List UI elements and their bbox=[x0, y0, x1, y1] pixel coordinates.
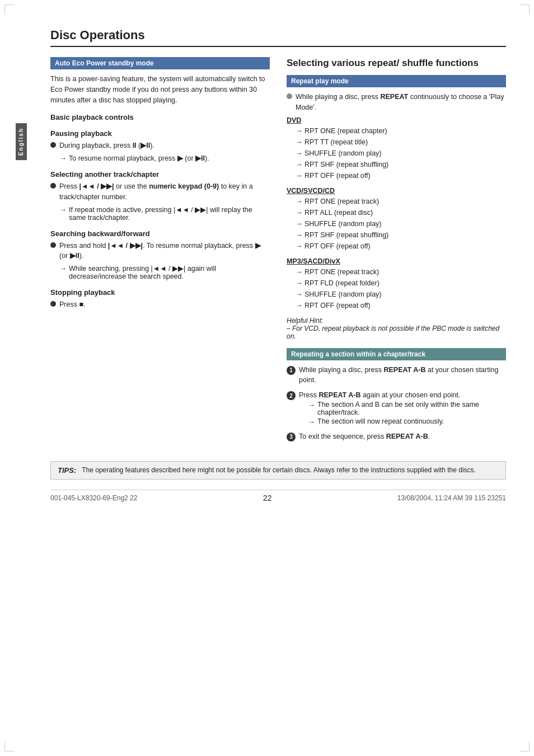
searching-arrow: → While searching, pressing |◄◄ / ▶▶| ag… bbox=[59, 264, 270, 280]
step-number-3: 3 bbox=[287, 433, 296, 442]
searching-title: Searching backward/forward bbox=[50, 229, 270, 238]
basic-playback-section: Basic playback controls Pausing playback… bbox=[50, 113, 270, 310]
stopping-text: Press ■. bbox=[59, 299, 85, 310]
sidebar-label: English bbox=[18, 128, 24, 156]
helpful-hint-block: Helpful Hint: – For VCD, repeat playback… bbox=[287, 317, 506, 340]
dvd-label: DVD bbox=[287, 116, 506, 124]
vcd-rpt-one: → RPT ONE (repeat track) bbox=[296, 196, 506, 207]
vcd-label: VCD/SVCD/CD bbox=[287, 187, 506, 195]
auto-eco-section: Auto Eco Power standby mode This is a po… bbox=[50, 57, 270, 105]
footer-right: 13/08/2004, 11:24 AM 39 115 23251 bbox=[397, 494, 506, 502]
main-content: Disc Operations Auto Eco Power standby m… bbox=[50, 17, 506, 503]
select-track-block: Selecting another track/chapter Press |◄… bbox=[50, 170, 270, 222]
right-column: Selecting various repeat/ shuffle functi… bbox=[287, 57, 506, 450]
mp3-label: MP3/SACD/DivX bbox=[287, 257, 506, 265]
tips-label: TIPS: bbox=[58, 466, 76, 475]
step-2-arrow-text-1: The section A and B can be set only with… bbox=[317, 401, 506, 416]
helpful-hint-text: – For VCD, repeat playback is not possib… bbox=[287, 325, 499, 340]
repeat-play-section: Repeat play mode While playing a disc, p… bbox=[287, 75, 506, 340]
repeat-step-3: 3 To exit the sequence, press REPEAT A-B… bbox=[287, 431, 506, 442]
bullet-icon bbox=[50, 142, 56, 148]
bullet-icon-4 bbox=[50, 301, 56, 307]
repeat-step-2: 2 Press REPEAT A-B again at your chosen … bbox=[287, 390, 506, 427]
step-number-1: 1 bbox=[287, 366, 296, 375]
mp3-shuffle: → SHUFFLE (random play) bbox=[296, 289, 506, 300]
repeat-play-header: Repeat play mode bbox=[287, 75, 506, 87]
bullet-icon-3 bbox=[50, 242, 56, 248]
sidebar-language-tab: English bbox=[16, 123, 27, 160]
step-2-content: Press REPEAT A-B again at your chosen en… bbox=[299, 390, 506, 427]
arrow-icon-3: → bbox=[59, 264, 67, 273]
step-2-arrow-1: → The section A and B can be set only wi… bbox=[308, 401, 506, 416]
repeating-section-block: Repeating a section within a chapter/tra… bbox=[287, 348, 506, 442]
repeating-section-header: Repeating a section within a chapter/tra… bbox=[287, 348, 506, 360]
vcd-block: VCD/SVCD/CD → RPT ONE (repeat track) → R… bbox=[287, 187, 506, 252]
dvd-rpt-shf: → RPT SHF (repeat shuffling) bbox=[296, 159, 506, 170]
step-3-text: To exit the sequence, press REPEAT A-B. bbox=[299, 431, 430, 442]
pausing-playback-block: Pausing playback During playback, press … bbox=[50, 129, 270, 162]
pausing-arrow: → To resume normal playback, press ▶ (or… bbox=[59, 154, 270, 162]
bullet-icon-5 bbox=[287, 93, 292, 99]
pausing-title: Pausing playback bbox=[50, 129, 270, 138]
select-track-text: Press |◄◄ / ▶▶| or use the numeric keypa… bbox=[59, 181, 270, 203]
select-track-bullet: Press |◄◄ / ▶▶| or use the numeric keypa… bbox=[50, 181, 270, 203]
pausing-text: During playback, press II (▶II). bbox=[59, 140, 154, 151]
select-track-arrow: → If repeat mode is active, pressing |◄◄… bbox=[59, 205, 270, 222]
searching-bullet: Press and hold |◄◄ / ▶▶|. To resume norm… bbox=[50, 241, 270, 262]
arrow-icon-4: → bbox=[308, 401, 315, 409]
page-number: 22 bbox=[263, 494, 272, 503]
pausing-bullet: During playback, press II (▶II). bbox=[50, 140, 270, 151]
select-track-title: Selecting another track/chapter bbox=[50, 170, 270, 179]
vcd-rpt-off: → RPT OFF (repeat off) bbox=[296, 241, 506, 252]
mp3-rpt-one: → RPT ONE (repeat track) bbox=[296, 266, 506, 278]
page-title: Disc Operations bbox=[50, 28, 506, 47]
repeat-play-bullet: While playing a disc, press REPEAT conti… bbox=[287, 92, 506, 113]
stopping-title: Stopping playback bbox=[50, 288, 270, 297]
mp3-rpt-off: → RPT OFF (repeat off) bbox=[296, 300, 506, 311]
bullet-icon-2 bbox=[50, 183, 56, 189]
auto-eco-header: Auto Eco Power standby mode bbox=[50, 57, 270, 69]
repeat-play-text: While playing a disc, press REPEAT conti… bbox=[296, 92, 506, 113]
dvd-block: DVD → RPT ONE (repeat chapter) → RPT TT … bbox=[287, 116, 506, 181]
dvd-rpt-off: → RPT OFF (repeat off) bbox=[296, 170, 506, 181]
basic-playback-header: Basic playback controls bbox=[50, 113, 270, 121]
step-2-arrow-text-2: The section will now repeat continuously… bbox=[317, 417, 444, 425]
arrow-icon: → bbox=[59, 154, 67, 162]
selecting-header: Selecting various repeat/ shuffle functi… bbox=[287, 57, 506, 69]
stopping-block: Stopping playback Press ■. bbox=[50, 288, 270, 310]
tips-text: The operating features described here mi… bbox=[82, 466, 476, 474]
select-track-arrow-text: If repeat mode is active, pressing |◄◄ /… bbox=[69, 205, 270, 222]
mp3-block: MP3/SACD/DivX → RPT ONE (repeat track) →… bbox=[287, 257, 506, 311]
step-2-text: Press REPEAT A-B again at your chosen en… bbox=[299, 390, 506, 401]
step-2-arrow-2: → The section will now repeat continuous… bbox=[308, 417, 506, 426]
helpful-hint-label: Helpful Hint: bbox=[287, 317, 323, 325]
stopping-bullet: Press ■. bbox=[50, 299, 270, 310]
searching-arrow-text: While searching, pressing |◄◄ / ▶▶| agai… bbox=[69, 264, 270, 280]
dvd-rpt-one: → RPT ONE (repeat chapter) bbox=[296, 125, 506, 137]
mp3-rpt-fld: → RPT FLD (repeat folder) bbox=[296, 278, 506, 289]
searching-text: Press and hold |◄◄ / ▶▶|. To resume norm… bbox=[59, 241, 270, 262]
tips-box: TIPS: The operating features described h… bbox=[50, 461, 506, 480]
auto-eco-text: This is a power-saving feature, the syst… bbox=[50, 74, 270, 105]
step-1-text: While playing a disc, press REPEAT A-B a… bbox=[299, 365, 506, 386]
pausing-arrow-text: To resume normal playback, press ▶ (or ▶… bbox=[69, 154, 209, 162]
page-footer: 001-045-LX8320-69-Eng2 22 22 13/08/2004,… bbox=[50, 490, 506, 503]
page-container: English Disc Operations Auto Eco Power s… bbox=[0, 0, 534, 756]
repeat-step-1: 1 While playing a disc, press REPEAT A-B… bbox=[287, 365, 506, 386]
searching-block: Searching backward/forward Press and hol… bbox=[50, 229, 270, 281]
step-number-2: 2 bbox=[287, 391, 296, 400]
two-column-layout: Auto Eco Power standby mode This is a po… bbox=[50, 57, 506, 450]
arrow-icon-2: → bbox=[59, 205, 67, 214]
arrow-icon-5: → bbox=[308, 417, 315, 426]
vcd-rpt-all: → RPT ALL (repeat disc) bbox=[296, 207, 506, 218]
vcd-shuffle: → SHUFFLE (random play) bbox=[296, 218, 506, 229]
vcd-rpt-shf: → RPT SHF (repeat shuffling) bbox=[296, 229, 506, 241]
left-column: Auto Eco Power standby mode This is a po… bbox=[50, 57, 270, 450]
dvd-rpt-tt: → RPT TT (repeat title) bbox=[296, 137, 506, 148]
dvd-shuffle: → SHUFFLE (random play) bbox=[296, 148, 506, 159]
footer-left: 001-045-LX8320-69-Eng2 22 bbox=[50, 494, 137, 502]
